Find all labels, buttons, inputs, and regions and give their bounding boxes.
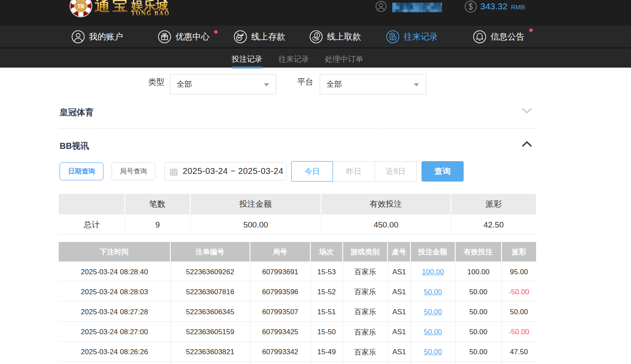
svg-text:TB: TB <box>77 3 84 9</box>
